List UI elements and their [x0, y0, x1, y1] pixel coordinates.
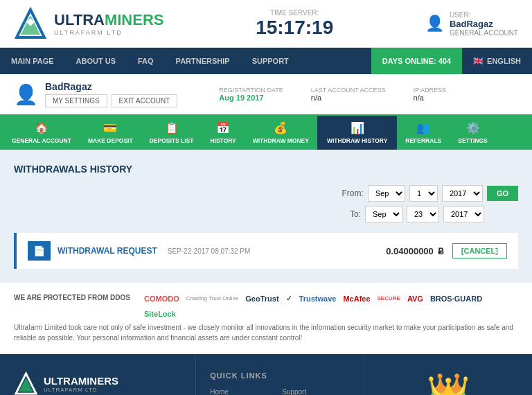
- logo-area: ULTRAMINERS ULTRAFARM LTD: [14, 7, 163, 40]
- make-deposit-label: MAKE DEPOSIT: [88, 137, 133, 144]
- sub-nav-general-account[interactable]: 🏠 GENERAL ACCOUNT: [3, 116, 80, 150]
- dros-logo: BROS·GUARD: [430, 295, 482, 303]
- nav-partnership[interactable]: PARTNERSHIP: [165, 48, 241, 74]
- time-value: 15:17:19: [256, 17, 333, 39]
- nav-about-us[interactable]: ABOUT US: [65, 48, 127, 74]
- footer-col3: 👑 UNITED KINGDOM REGISTERED COMPANY Leav…: [364, 354, 532, 395]
- geotrust-icon: ✓: [286, 294, 292, 303]
- general-account-icon: 🏠: [35, 121, 48, 134]
- sitelock-logo: SiteLock: [144, 310, 176, 318]
- user-bar: 👤 BadRagaz MY SETTINGS EXIT ACCOUNT REGI…: [0, 74, 532, 116]
- lang-label: ENGLISH: [487, 57, 521, 65]
- sub-nav-referrals[interactable]: 👥 REFERRALS: [397, 116, 450, 150]
- withdraw-money-icon: 💰: [274, 121, 287, 134]
- footer-col2: QUICK LINKS Home Support About us Member…: [196, 354, 364, 395]
- header: ULTRAMINERS ULTRAFARM LTD TIME SERVER: 1…: [0, 0, 532, 48]
- page-title: WITHDRAWALS HISTORY: [14, 164, 518, 175]
- logo-name: ULTRAMINERS: [54, 11, 163, 29]
- day-to-select[interactable]: 23: [407, 206, 439, 222]
- sub-nav-history[interactable]: 📅 HISTORY: [202, 116, 244, 150]
- quick-links-title: QUICK LINKS: [210, 371, 350, 380]
- ip-label: IP ADRESS: [414, 87, 446, 94]
- cancel-button[interactable]: [CANCEL]: [452, 243, 507, 258]
- sub-nav-settings[interactable]: ⚙️ SETTINGS: [450, 116, 496, 150]
- filter-row-from: From: Sep 1 2017 GO: [14, 185, 518, 202]
- avg-logo: AVG: [407, 295, 423, 303]
- access-value: n/a: [311, 94, 386, 102]
- exit-account-button[interactable]: EXIT ACCOUNT: [112, 94, 178, 107]
- access-info: LAST ACCOUNT ACCESS n/a: [311, 87, 386, 102]
- user-name: BadRagaz: [450, 19, 518, 29]
- footer-col1: ULTRAMINERS ULTRAFARM LTD Ultraminers is…: [0, 354, 196, 395]
- filter-row-to: To: Sep 23 2017: [14, 206, 518, 222]
- history-label: HISTORY: [210, 137, 236, 144]
- nav-main-page[interactable]: MAIN PAGE: [0, 48, 65, 74]
- sub-nav-make-deposit[interactable]: 💳 MAKE DEPOSIT: [80, 116, 141, 150]
- geotrust-logo: GeoTrust: [245, 295, 278, 303]
- withdrawal-amount: 0.04000000 Ƀ: [386, 246, 444, 256]
- nav-faq[interactable]: FAQ: [127, 48, 165, 74]
- time-area: TIME SERVER: 15:17:19: [256, 9, 333, 39]
- ip-info: IP ADRESS n/a: [414, 87, 446, 102]
- referrals-label: REFERRALS: [405, 137, 441, 144]
- footer-link-home[interactable]: Home: [210, 388, 278, 395]
- time-label: TIME SERVER:: [256, 9, 333, 17]
- user-bar-name: BadRagaz: [45, 81, 177, 92]
- btc-icon: Ƀ: [438, 246, 444, 256]
- nav-days: DAYS ONLINE: 404: [371, 48, 462, 74]
- reg-info: REGISTARTION DATE Aug 19 2017: [219, 87, 283, 102]
- sub-nav: 🏠 GENERAL ACCOUNT 💳 MAKE DEPOSIT 📋 DEPOS…: [0, 116, 532, 150]
- settings-label: SETTINGS: [458, 137, 488, 144]
- footer-logo-name: ULTRAMINERS: [44, 375, 118, 387]
- withdrawal-row: 📄 WITHDRAWAL REQUEST SEP-22-2017 08:07:3…: [14, 233, 518, 269]
- settings-icon: ⚙️: [466, 121, 480, 134]
- my-settings-button[interactable]: MY SETTINGS: [45, 94, 107, 107]
- day-from-select[interactable]: 1: [409, 185, 438, 202]
- withdrawal-doc-icon: 📄: [28, 241, 51, 261]
- user-label: USER:: [450, 11, 518, 19]
- month-to-select[interactable]: Sep: [365, 206, 402, 222]
- nav-support[interactable]: SUPPORT: [241, 48, 300, 74]
- flag-icon: 🇬🇧: [473, 56, 484, 66]
- main-nav: MAIN PAGE ABOUT US FAQ PARTNERSHIP SUPPO…: [0, 48, 532, 74]
- logo-icon: [14, 7, 47, 40]
- sub-nav-withdraw-history[interactable]: 📊 WITHDRAW HISTORY: [317, 116, 397, 150]
- nav-lang[interactable]: 🇬🇧 ENGLISH: [462, 56, 532, 66]
- logo-text: ULTRAMINERS ULTRAFARM LTD: [54, 11, 163, 36]
- make-deposit-icon: 💳: [103, 121, 117, 134]
- deposits-list-icon: 📋: [165, 121, 179, 134]
- year-from-select[interactable]: 2017: [442, 185, 483, 202]
- withdraw-history-label: WITHDRAW HISTORY: [327, 137, 387, 144]
- go-button[interactable]: GO: [487, 186, 518, 201]
- to-label: To:: [350, 209, 361, 219]
- user-bar-info: BadRagaz MY SETTINGS EXIT ACCOUNT: [45, 81, 177, 107]
- deposits-list-label: DEPOSITS LIST: [150, 137, 194, 144]
- security-text: Ultrafarm Limited took care not only of …: [14, 322, 518, 343]
- trustwave-logo: Trustwave: [299, 295, 337, 303]
- withdrawal-label: WITHDRAWAL REQUEST: [57, 246, 157, 256]
- reg-label: REGISTARTION DATE: [219, 87, 283, 94]
- user-account-label: GENERAL ACCOUNT: [450, 29, 518, 37]
- mcafee-logo: McAfee: [343, 295, 370, 303]
- from-label: From:: [342, 188, 364, 198]
- footer-link-support[interactable]: Support: [282, 388, 350, 395]
- uk-emblem: 👑: [427, 371, 470, 395]
- user-icon: 👤: [425, 15, 444, 33]
- main-content: WITHDRAWALS HISTORY From: Sep 1 2017 GO …: [0, 150, 532, 283]
- comodo-sub: Creating Trust Online: [186, 295, 239, 301]
- security-logos: COMODO Creating Trust Online GeoTrust ✓ …: [144, 294, 518, 318]
- sub-nav-deposits-list[interactable]: 📋 DEPOSITS LIST: [141, 116, 202, 150]
- security-section: WE ARE PROTECTED FROM DDOS COMODO Creati…: [0, 283, 532, 354]
- footer-links: Home Support About us Member area FAQ Lo…: [210, 388, 350, 395]
- footer-logo: ULTRAMINERS ULTRAFARM LTD: [14, 371, 181, 395]
- user-bar-buttons: MY SETTINGS EXIT ACCOUNT: [45, 94, 177, 107]
- security-title: WE ARE PROTECTED FROM DDOS: [14, 294, 130, 301]
- referrals-icon: 👥: [416, 121, 430, 134]
- comodo-logo: COMODO: [144, 295, 179, 303]
- footer-logo-sub: ULTRAFARM LTD: [44, 387, 118, 393]
- year-to-select[interactable]: 2017: [443, 206, 484, 222]
- sub-nav-withdraw-money[interactable]: 💰 WITHDRAW MONEY: [245, 116, 317, 150]
- withdrawal-date: SEP-22-2017 08:07:32 PM: [168, 247, 251, 255]
- month-from-select[interactable]: Sep: [368, 185, 405, 202]
- history-icon: 📅: [216, 121, 230, 134]
